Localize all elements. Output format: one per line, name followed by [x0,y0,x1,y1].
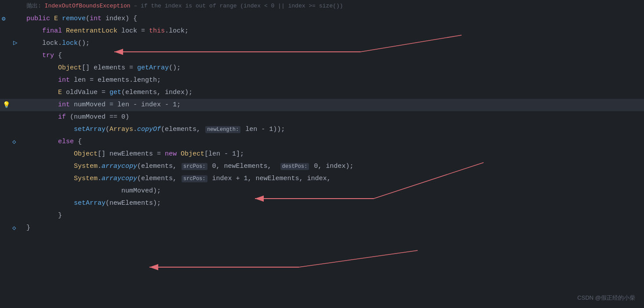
line-close-method: ◇ } [0,222,644,234]
code-text: setArray(newElements); [26,198,161,209]
code-text: setArray(Arrays.copyOf(elements, newLeng… [26,124,285,135]
code-text: } [26,223,30,233]
gutter-arrow-right: ▷ [13,38,18,49]
code-text: System.arraycopy(elements, srcPos: index… [26,174,331,184]
line-oldvalue: E oldValue = get(elements, index); [0,87,644,99]
gutter-diamond2: ◇ [12,223,16,233]
line-method: ⚙ public E remove(int index) { [0,13,644,25]
editor-container: 抛出: IndexOutOfBoundsException – if the i… [0,0,644,308]
code-text: } [26,210,62,221]
code-text: final ReentrantLock lock = this.lock; [26,26,189,36]
line-arraycopy2: System.arraycopy(elements, srcPos: index… [0,173,644,185]
line-getarray: Object[] elements = getArray(); [0,62,644,74]
line-lock-decl: final ReentrantLock lock = this.lock; [0,25,644,37]
code-text: try { [26,51,62,61]
line-else: ◇ else { [0,136,644,148]
code-text: int len = elements.length; [26,75,161,86]
line-len: int len = elements.length; [0,74,644,87]
code-text: Object[] elements = getArray(); [26,63,181,73]
line-try: try { [0,50,644,62]
top-comment: 抛出: IndexOutOfBoundsException – if the i… [0,0,644,13]
line-nummoved: 💡 int numMoved = len - index - 1; [0,99,644,111]
code-text: lock.lock(); [26,38,90,49]
code-text: if (numMoved == 0) [26,112,129,123]
gutter-settings: ⚙ [2,14,5,24]
line-setarray-else: setArray(newElements); [0,197,644,210]
line-arraycopy1: System.arraycopy(elements, srcPos: 0, ne… [0,160,644,173]
gutter-diamond: ◇ [12,137,16,147]
code-text: int numMoved = len - index - 1; [26,100,181,110]
watermark: CSDN @假正经的小柴 [577,294,635,303]
code-text: numMoved); [26,186,161,196]
code-text: public E remove(int index) { [26,14,137,24]
line-if: if (numMoved == 0) [0,111,644,123]
code-text: Object[] newElements = new Object[len - … [26,149,244,159]
line-arraycopy2b: numMoved); [0,185,644,197]
code-text: System.arraycopy(elements, srcPos: 0, ne… [26,161,353,172]
bulb-icon: 💡 [3,100,10,110]
code-text: else { [26,137,82,147]
code-text: E oldValue = get(elements, index); [26,87,193,98]
line-lock-lock: ▷ lock.lock(); [0,37,644,50]
line-newelements: Object[] newElements = new Object[len - … [0,148,644,160]
line-close-else: } [0,210,644,222]
line-setarray-if: setArray(Arrays.copyOf(elements, newLeng… [0,123,644,136]
svg-line-6 [299,250,418,267]
